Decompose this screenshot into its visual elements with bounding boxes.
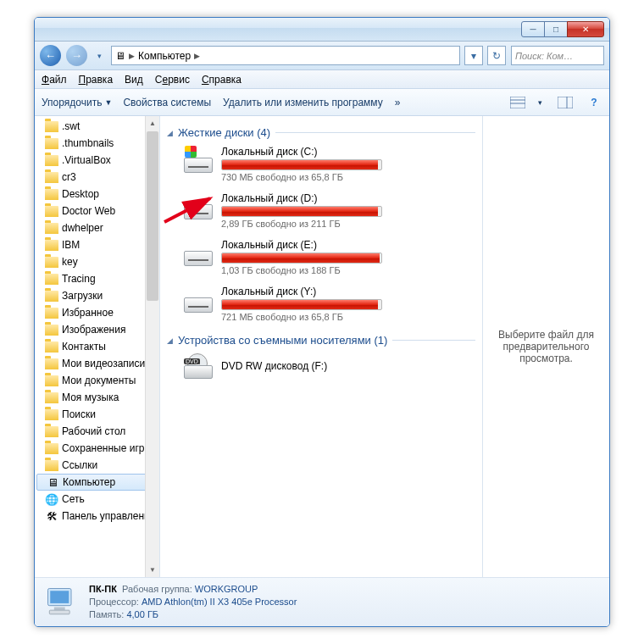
organize-button[interactable]: Упорядочить▼ [42,97,111,108]
tree-folder[interactable]: Контакты [35,338,159,355]
navigation-row: ← → ▾ 🖥 ▶ Компьютер ▶ ▾ ↻ Поиск: Ком… [35,42,609,70]
tree-label: Сохраненные игры [62,442,152,454]
tree-folder[interactable]: .thumbnails [35,135,159,152]
menu-view[interactable]: Вид [125,74,143,86]
breadcrumb-computer[interactable]: Компьютер [138,50,191,62]
command-bar: Упорядочить▼ Свойства системы Удалить ил… [35,89,609,116]
space-bar [221,253,382,264]
hard-drive-icon [182,146,214,173]
folder-icon [45,291,58,302]
tree-label: Мои видеозаписи [62,358,145,369]
tree-label: dwhelper [62,222,103,234]
tree-computer[interactable]: 🖥Компьютер [36,474,158,491]
tree-network[interactable]: 🌐Сеть [35,491,159,508]
drive-dvd[interactable]: DVD DVD RW дисковод (F:) [167,350,475,386]
folder-icon [45,223,58,234]
tree-folder[interactable]: Сохраненные игры [35,440,159,457]
tree-label: Моя музыка [62,391,119,403]
tree-folder[interactable]: Doctor Web [35,203,159,219]
tree-folder[interactable]: Tracing [35,270,159,287]
title-bar[interactable]: ─ □ ✕ [35,18,609,42]
tree-label: cr3 [62,171,76,183]
tree-label: Контакты [62,341,106,353]
computer-icon: 🖥 [115,50,125,62]
tree-folder[interactable]: cr3 [35,169,159,186]
uninstall-program-button[interactable]: Удалить или изменить программу [223,97,383,108]
menu-help[interactable]: Справка [202,74,242,86]
tree-label: Поиски [62,408,96,420]
collapse-icon[interactable]: ◢ [167,129,173,137]
tree-folder[interactable]: Мои видеозаписи [35,355,159,372]
annotation-arrow [161,193,220,230]
tree-scrollbar[interactable]: ▲ ▼ [145,116,159,577]
group-hard-drives[interactable]: ◢ Жесткие диски (4) [167,126,475,139]
search-input[interactable]: Поиск: Ком… [511,46,604,65]
space-bar [221,206,382,217]
tree-folder[interactable]: Избранное [35,304,159,321]
scroll-down-icon[interactable]: ▼ [146,563,159,577]
tree-folder[interactable]: dwhelper [35,219,159,236]
preview-placeholder: Выберите файл для предварительного просм… [493,329,599,364]
folder-icon [45,257,58,268]
tree-folder[interactable]: .VirtualBox [35,152,159,169]
tree-folder[interactable]: key [35,253,159,270]
menu-edit[interactable]: Правка [79,74,114,86]
close-button[interactable]: ✕ [567,21,604,37]
drive-item[interactable]: Локальный диск (E:)1,03 ГБ свободно из 1… [167,236,475,282]
address-dropdown[interactable]: ▾ [464,46,483,65]
folder-icon [45,409,58,420]
minimize-button[interactable]: ─ [521,21,545,37]
tree-folder[interactable]: Изображения [35,321,159,338]
svg-rect-8 [49,610,69,614]
tree-label: Tracing [62,273,96,285]
tree-folder[interactable]: Desktop [35,186,159,203]
computer-name: ПК-ПК [89,584,117,594]
drive-item[interactable]: Локальный диск (Y:)721 МБ свободно из 65… [167,282,475,329]
separator-icon: ▶ [129,52,135,60]
scroll-up-icon[interactable]: ▲ [146,116,159,130]
content-pane[interactable]: ◢ Жесткие диски (4) Локальный диск (C:)7… [160,116,482,577]
group-removable[interactable]: ◢ Устройства со съемными носителями (1) [167,334,475,347]
forward-button[interactable]: → [66,45,87,66]
folder-icon [45,460,58,471]
menu-file[interactable]: Файл [42,74,67,86]
preview-pane-button[interactable] [557,94,574,111]
view-dropdown-icon[interactable]: ▾ [538,98,545,107]
system-properties-button[interactable]: Свойства системы [123,97,211,108]
folder-icon [45,426,58,437]
tree-folder[interactable]: Мои документы [35,372,159,389]
menu-tools[interactable]: Сервис [155,74,190,86]
collapse-icon[interactable]: ◢ [167,336,173,345]
tree-label: .VirtualBox [62,154,111,166]
tree-folder[interactable]: Моя музыка [35,389,159,406]
tree-folder[interactable]: Ссылки [35,457,159,474]
address-bar[interactable]: 🖥 ▶ Компьютер ▶ [111,46,460,65]
free-space-label: 2,89 ГБ свободно из 211 ГБ [221,219,382,229]
scroll-thumb[interactable] [147,131,158,301]
drive-label: Локальный диск (D:) [221,192,382,204]
refresh-button[interactable]: ↻ [487,46,506,65]
drive-item[interactable]: Локальный диск (C:)730 МБ свободно из 65… [167,142,475,189]
cpu-value: AMD Athlon(tm) II X3 405e Processor [142,597,297,607]
folder-icon [45,172,58,183]
folder-icon [45,240,58,251]
maximize-button[interactable]: □ [544,21,568,37]
tree-folder[interactable]: .swt [35,118,159,135]
back-button[interactable]: ← [40,45,61,66]
tree-label: Панель управления [62,510,155,522]
help-button[interactable]: ? [586,94,602,111]
history-dropdown[interactable]: ▾ [92,49,106,63]
tree-control[interactable]: 🛠Панель управления [35,508,159,525]
folder-icon [45,274,58,285]
tree-folder[interactable]: IBM [35,236,159,253]
folder-icon [45,443,58,454]
more-commands-button[interactable]: » [395,97,401,108]
tree-folder[interactable]: Загрузки [35,287,159,304]
svg-rect-6 [50,591,69,603]
folder-icon [45,121,58,132]
view-options-button[interactable] [509,94,526,111]
navigation-tree[interactable]: ▲ ▼ .swt.thumbnails.VirtualBoxcr3Desktop… [35,116,160,577]
tree-folder[interactable]: Поиски [35,406,159,423]
separator-icon[interactable]: ▶ [194,52,200,60]
tree-folder[interactable]: Рабочий стол [35,423,159,440]
